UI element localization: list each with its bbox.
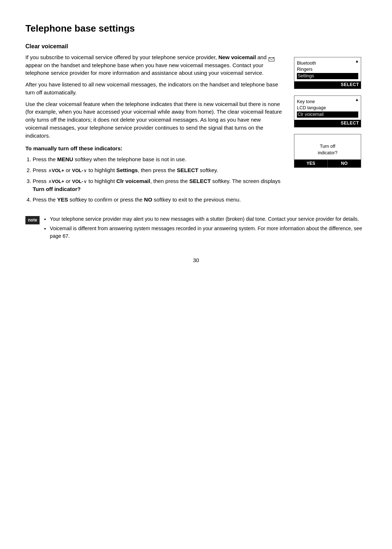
- step4-no: NO: [144, 196, 152, 203]
- para3: Use the clear voicemail feature when the…: [25, 100, 283, 140]
- note-content: Your telephone service provider may aler…: [44, 215, 367, 242]
- screen1-select-bar: SELECT: [294, 81, 361, 88]
- step3-turnoff: Turn off indicator?: [33, 186, 81, 192]
- scroll-arrow-1: ▲: [355, 58, 359, 64]
- para2: After you have listened to all new voice…: [25, 81, 283, 97]
- screen3-softkeys: YES NO: [294, 159, 361, 167]
- mail-icon: [269, 56, 274, 60]
- screen2-content: Key tone LCD language Clr voicemail: [294, 97, 361, 119]
- step2-select: SELECT: [177, 167, 198, 173]
- steps-header: To manually turn off these indicators:: [25, 145, 283, 152]
- para1: If you subscribe to voicemail service of…: [25, 53, 283, 77]
- screens-column: ▲ Bluetooth Ringers Settings SELECT ▲ Ke…: [294, 57, 367, 168]
- step-3: Press ∧VOL+ or VOL-∨ to highlight Clr vo…: [33, 177, 283, 193]
- note-label: note: [25, 216, 40, 224]
- section-title: Clear voicemail: [25, 42, 367, 50]
- para1-after: appear on the handset and telephone base…: [25, 62, 264, 76]
- screen1: ▲ Bluetooth Ringers Settings SELECT: [294, 57, 361, 89]
- step3-select: SELECT: [189, 178, 211, 184]
- steps-list: Press the MENU softkey when the telephon…: [33, 155, 283, 204]
- step-2: Press ∧VOL+ or VOL-∨ to highlight Settin…: [33, 166, 283, 174]
- step-4: Press the YES softkey to confirm or pres…: [33, 196, 283, 204]
- screen2-line3: Clr voicemail: [297, 111, 358, 118]
- step3-clrvoicemail: Clr voicemail: [116, 178, 150, 184]
- page-number: 30: [25, 256, 367, 264]
- note-item-1: Your telephone service provider may aler…: [50, 215, 367, 223]
- screen2-line1: Key tone: [297, 99, 358, 105]
- step-1: Press the MENU softkey when the telephon…: [33, 155, 283, 163]
- vol-minus-1: VOL-∨: [72, 168, 87, 173]
- screen2: ▲ Key tone LCD language Clr voicemail SE…: [294, 95, 361, 127]
- para1-text1: If you subscribe to voicemail service of…: [25, 54, 219, 60]
- scroll-arrow-2: ▲: [355, 97, 359, 103]
- page-title: Telephone base settings: [25, 22, 367, 36]
- note-box: note Your telephone service provider may…: [25, 215, 367, 242]
- step2-settings: Settings: [116, 167, 138, 173]
- content-area: If you subscribe to voicemail service of…: [25, 53, 367, 209]
- screen1-line1: Bluetooth: [297, 60, 358, 67]
- step4-yes: YES: [57, 196, 68, 203]
- screen3: Turn offindicator? YES NO: [294, 134, 361, 168]
- para1-bold: New voicemail: [219, 54, 256, 60]
- screen1-line3: Settings: [297, 73, 358, 80]
- note-item-2: Voicemail is different from answering sy…: [50, 225, 367, 240]
- step1-bold: MENU: [57, 156, 73, 162]
- note-list: Your telephone service provider may aler…: [50, 215, 367, 240]
- screen1-line2: Ringers: [297, 66, 358, 73]
- screen2-line2: LCD language: [297, 105, 358, 111]
- vol-plus-2: ∧VOL+: [48, 179, 64, 184]
- softkey-yes: YES: [294, 160, 327, 167]
- text-column: If you subscribe to voicemail service of…: [25, 53, 283, 209]
- screen3-text: Turn offindicator?: [294, 136, 361, 158]
- screen2-select-bar: SELECT: [294, 120, 361, 127]
- softkey-no: NO: [327, 160, 361, 167]
- vol-minus-2: VOL-∨: [72, 179, 87, 184]
- screen1-content: Bluetooth Ringers Settings: [294, 59, 361, 80]
- para1-and: and: [256, 54, 268, 60]
- vol-plus-1: ∧VOL+: [48, 168, 64, 173]
